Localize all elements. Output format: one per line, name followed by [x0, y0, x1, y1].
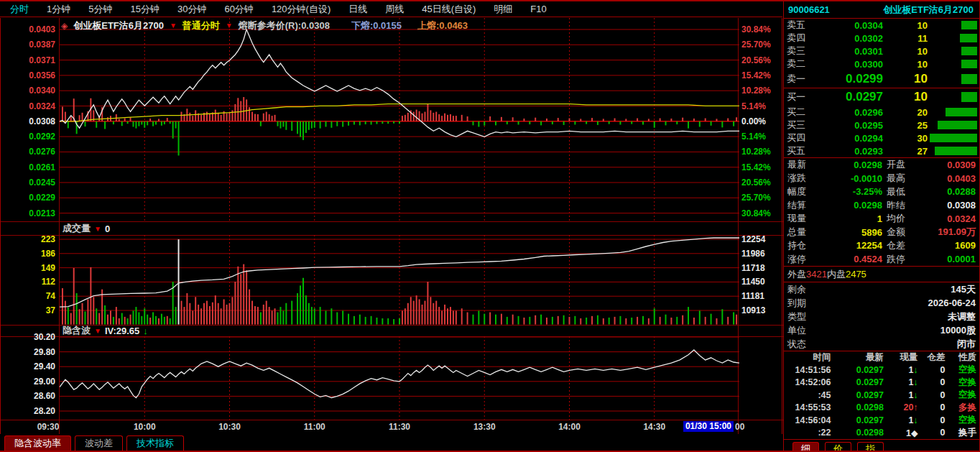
y-axis-percent-label: 12254: [741, 234, 783, 244]
trade-direction-icon: ◆: [911, 428, 918, 438]
trade-nature: 多换: [945, 402, 976, 414]
tick-trade-list: 时间最新现量仓差性质14:51:560.02971↓0空换14:52:060.0…: [784, 351, 979, 439]
outer-inner-volume: 外盘3421内盘2475: [784, 267, 979, 282]
bid-row[interactable]: 买四0.029430: [784, 132, 979, 144]
trade-price: 0.0298: [831, 428, 884, 438]
stat-label: 结算: [787, 199, 816, 212]
y-axis-price-label: 186: [1, 249, 55, 259]
volume-pane-label: 成交量 ▼ 0: [63, 222, 110, 235]
ask-qty: 11: [883, 33, 928, 44]
stat-value: 1609: [915, 240, 976, 251]
stat-label: 昨结: [887, 199, 915, 212]
quote-stats: 最新0.0298开盘0.0309涨跌-0.0010最高0.0403幅度-3.25…: [784, 158, 979, 266]
iv-label[interactable]: 隐含波: [63, 324, 91, 337]
trade-row: :450.02971↓0空换: [784, 389, 979, 402]
menu-item-7[interactable]: 日线: [348, 3, 367, 16]
y-axis-price-label: 30.20: [1, 332, 55, 342]
indicator-tab-2[interactable]: 技术指标: [126, 435, 184, 451]
ask-label: 卖五: [787, 19, 817, 32]
bid-price: 0.0295: [817, 120, 883, 131]
ask-row[interactable]: 卖一0.029910: [784, 70, 979, 88]
info-value: 10000股: [831, 324, 976, 337]
ask-row[interactable]: 卖四0.030211: [784, 32, 979, 45]
contract-code[interactable]: 90006621: [788, 4, 830, 15]
bid-row[interactable]: 买二0.029620: [784, 106, 979, 119]
indicator-tab-0[interactable]: 隐含波动率: [4, 435, 71, 451]
bid-qty: 20: [883, 107, 928, 118]
menu-item-4[interactable]: 30分钟: [177, 3, 206, 16]
volume-label[interactable]: 成交量: [63, 222, 91, 235]
chevron-down-icon[interactable]: ▼: [170, 22, 177, 29]
info-row: 单位10000股: [784, 323, 979, 337]
ask-row[interactable]: 卖二0.030010: [784, 57, 979, 70]
trade-row: 14:55:530.029820↑0多换: [784, 402, 979, 415]
iv-chart-svg[interactable]: [60, 336, 739, 420]
info-row: 到期2026-06-24: [784, 296, 979, 310]
menu-item-1[interactable]: 1分钟: [47, 3, 70, 16]
menu-item-8[interactable]: 周线: [385, 3, 404, 16]
menu-item-2[interactable]: 5分钟: [88, 3, 112, 16]
y-axis-price-label: 0.0371: [1, 55, 55, 65]
ask-price: 0.0302: [817, 33, 883, 44]
stat-label: 总量: [787, 226, 816, 239]
menu-item-3[interactable]: 15分钟: [130, 3, 159, 16]
ask-price: 0.0304: [817, 20, 883, 31]
trade-time: :45: [787, 390, 831, 400]
ask-price: 0.0300: [817, 59, 883, 70]
y-axis-price-label: 29.40: [1, 361, 55, 372]
ask-label: 卖三: [787, 45, 817, 57]
volume-chart-svg[interactable]: [60, 235, 739, 325]
inner-volume-label: 内盘: [827, 268, 846, 281]
bid-row[interactable]: 买一0.029710: [784, 88, 979, 106]
chevron-down-icon[interactable]: ▼: [226, 22, 233, 29]
stat-row: 最新0.0298开盘0.0309: [784, 158, 979, 172]
implied-volatility-pane[interactable]: [60, 336, 739, 420]
menu-item-9[interactable]: 45日线(自设): [422, 3, 476, 16]
trade-qty: 20↑: [884, 402, 918, 412]
volume-pane[interactable]: [60, 235, 739, 325]
indicator-tab-1[interactable]: 波动差: [75, 435, 123, 451]
trade-time: :22: [787, 428, 831, 438]
stat-value: 0.0298: [816, 160, 882, 170]
chart-mode-dropdown[interactable]: 普通分时: [182, 19, 220, 32]
trades-header: 时间最新现量仓差性质: [784, 351, 979, 364]
info-value: 闭市: [831, 338, 976, 351]
ask-row[interactable]: 卖三0.030110: [784, 45, 979, 57]
ask-row[interactable]: 卖五0.030410: [784, 19, 979, 32]
upper-fuse-limit: 上熔:0.0463: [417, 19, 468, 32]
stat-value: 12254: [816, 240, 882, 251]
info-label: 单位: [787, 324, 831, 337]
y-axis-price-label: 29.80: [1, 347, 55, 357]
menu-item-5[interactable]: 60分钟: [224, 3, 253, 16]
bid-row[interactable]: 买三0.029525: [784, 119, 979, 132]
stat-value: -3.25%: [816, 186, 882, 197]
trade-qty: 1↓: [884, 377, 918, 387]
menu-item-11[interactable]: F10: [530, 4, 546, 14]
stat-row: 现量1均价0.0324: [784, 212, 979, 226]
chevron-down-icon[interactable]: ▼: [94, 327, 101, 335]
price-chart-svg[interactable]: [60, 18, 739, 221]
trade-position-change: 0: [918, 390, 946, 400]
ask-label: 卖二: [787, 57, 817, 70]
y-axis-price-label: 0.0387: [1, 40, 55, 50]
y-axis-percent-label: 20.56%: [741, 55, 783, 65]
contract-name[interactable]: 创业板ETF沽6月2700: [883, 4, 974, 17]
y-axis-percent-label: 10.28%: [741, 147, 783, 157]
contract-title[interactable]: 创业板ETF沽6月2700: [73, 19, 164, 32]
menu-item-6[interactable]: 120分钟(自设): [272, 3, 330, 16]
bid-row[interactable]: 买五0.029327: [784, 144, 979, 157]
stat-label: 持仓: [787, 239, 816, 252]
outer-volume-label: 外盘: [787, 268, 806, 281]
ask-price: 0.0301: [817, 46, 883, 57]
trade-qty: 1↓: [884, 365, 918, 375]
ask-qty: 10: [883, 59, 928, 70]
menu-item-0[interactable]: 分时: [10, 3, 29, 16]
intraday-price-pane[interactable]: [60, 18, 739, 221]
info-value: 145天: [831, 283, 976, 296]
period-menubar: 分时1分钟5分钟15分钟30分钟60分钟120分钟(自设)日线周线45日线(自设…: [0, 1, 782, 17]
menu-item-10[interactable]: 明细: [494, 3, 512, 16]
trade-time: 14:51:56: [787, 365, 831, 375]
chevron-down-icon[interactable]: ▼: [94, 225, 101, 233]
depth-bar: [930, 134, 977, 142]
iv-down-arrow-icon: ↓: [143, 326, 148, 336]
